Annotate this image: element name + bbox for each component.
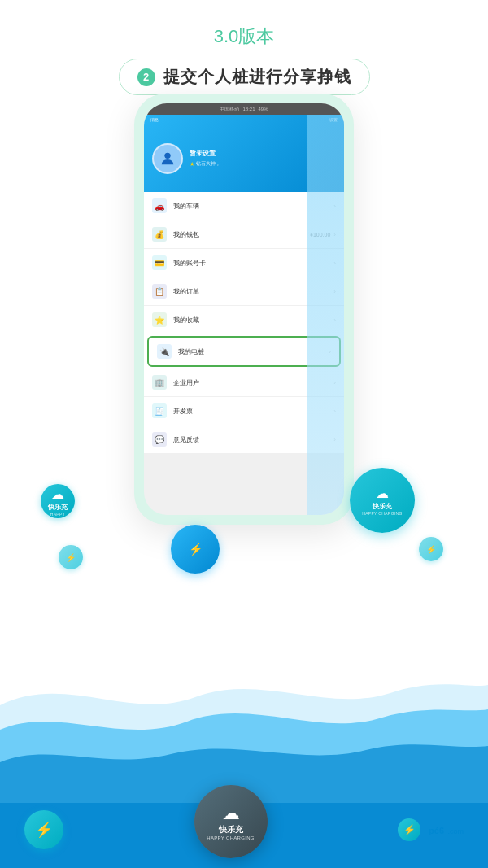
charging-pile-label: 我的电桩 <box>178 347 329 356</box>
bottom-center-logo[interactable]: ☁ 快乐充 HAPPY CHARGING <box>194 785 268 858</box>
phone-side-panel <box>307 115 344 515</box>
bubble-lightning-center-left: ⚡ <box>171 525 220 574</box>
lightning-icon-xs-left: ⚡ <box>66 553 76 562</box>
profile-name: 暂未设置 <box>190 149 219 158</box>
bottom-bar: ⚡ ☁ 快乐充 HAPPY CHARGING ⚡ pé6 .com <box>0 791 488 868</box>
pca6-lightning-icon: ⚡ <box>398 818 420 841</box>
svg-point-1 <box>164 152 170 158</box>
account-card-icon: 💳 <box>152 255 167 270</box>
badge-star-icon: ★ <box>190 161 194 168</box>
time-text: 18:21 <box>242 107 255 111</box>
bottom-lightning-left: ⚡ <box>24 810 63 849</box>
badge-arrow: › <box>217 162 219 167</box>
version-text: 3.0版本 <box>0 24 488 49</box>
bubble-lightning-small-right: ⚡ <box>419 537 443 561</box>
pca6-lightning-symbol: ⚡ <box>403 824 416 835</box>
pca6-domain: .com <box>447 827 464 835</box>
phone-status-bar: 中国移动 18:21 49% <box>144 103 344 115</box>
hc-cloud-icon-right: ☁ <box>376 486 389 501</box>
bubble-happy-charging-right: ☁ 快乐充 HAPPY CHARGING <box>350 468 415 533</box>
avatar <box>152 143 183 174</box>
bottom-right-area: ⚡ pé6 .com <box>398 818 464 841</box>
feedback-icon: 💬 <box>152 432 167 447</box>
wallet-label: 我的钱包 <box>173 230 310 239</box>
bubble-lightning-small-left: ⚡ <box>59 545 83 569</box>
center-logo-main: 快乐充 <box>219 824 243 835</box>
charging-pile-icon: 🔌 <box>157 344 172 359</box>
hc-text-sub-left: HAPPY <box>50 512 65 517</box>
bubble-happy-charging-left: ☁ 快乐充 HAPPY <box>41 484 75 518</box>
badge-label: 钻石大神 <box>196 160 216 168</box>
battery-text: 49% <box>259 107 268 111</box>
profile-badge: ★ 钻石大神 › <box>190 160 219 168</box>
pca6-text: pé6 .com <box>429 822 464 837</box>
invoice-icon: 🧾 <box>152 403 167 418</box>
subtitle-box: 2 提交个人桩进行分享挣钱 <box>119 59 370 95</box>
phone-mockup: 中国移动 18:21 49% 消息 设置 <box>134 94 354 525</box>
phone-inner: 中国移动 18:21 49% 消息 设置 <box>144 103 344 515</box>
phone-outer: 中国移动 18:21 49% 消息 设置 <box>134 94 354 525</box>
lightning-icon-center-left: ⚡ <box>189 543 203 556</box>
phone-profile-info: 暂未设置 ★ 钻石大神 › <box>190 149 219 168</box>
top-section: 3.0版本 2 提交个人桩进行分享挣钱 <box>0 0 488 103</box>
hc-text-main-left: 快乐充 <box>48 503 68 512</box>
wallet-icon: 💰 <box>152 227 167 242</box>
carrier-text: 中国移动 <box>220 106 239 113</box>
hc-text-main-right: 快乐充 <box>373 502 392 511</box>
pca6-brand: pé6 <box>429 826 444 835</box>
messages-link[interactable]: 消息 <box>150 117 159 122</box>
lightning-icon-bottom-left: ⚡ <box>35 821 53 839</box>
vehicles-icon: 🚗 <box>152 198 167 213</box>
center-logo-sub: HAPPY CHARGING <box>207 835 254 840</box>
hc-cloud-icon-left: ☁ <box>51 486 64 502</box>
hc-text-sub-right: HAPPY CHARGING <box>362 511 402 516</box>
subtitle-label: 提交个人桩进行分享挣钱 <box>163 66 351 88</box>
center-logo-cloud-icon: ☁ <box>222 803 240 824</box>
enterprise-icon: 🏢 <box>152 375 167 390</box>
orders-icon: 📋 <box>152 284 167 299</box>
lightning-icon-xs-right: ⚡ <box>426 545 436 554</box>
subtitle-number: 2 <box>137 68 155 86</box>
favorites-icon: ⭐ <box>152 312 167 327</box>
